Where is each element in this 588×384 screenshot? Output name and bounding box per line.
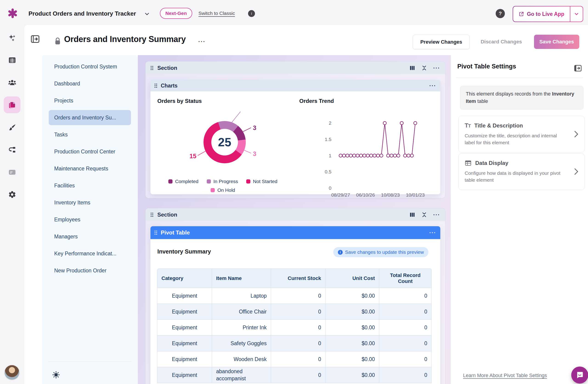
- switch-to-classic-link[interactable]: Switch to Classic: [198, 11, 235, 16]
- sidebar-item[interactable]: Inventory Items: [49, 195, 131, 210]
- learn-more-link[interactable]: Learn More About Pivot Table Settings: [463, 373, 547, 379]
- pivot-data-table[interactable]: CategoryItem NameCurrent StockUnit CostT…: [157, 268, 432, 383]
- lock-icon: [54, 37, 61, 46]
- table-cell: 0: [379, 288, 432, 304]
- card-title: Data Display: [475, 160, 508, 166]
- charts-element[interactable]: Charts ··· Orders by Status Orders Trend…: [150, 80, 440, 194]
- drag-handle-icon[interactable]: [151, 213, 153, 217]
- columns-layout-icon[interactable]: [409, 212, 415, 218]
- rail-item-data[interactable]: [4, 52, 21, 68]
- data-table-icon: [465, 160, 472, 167]
- live-app-dropdown-button[interactable]: [570, 6, 583, 21]
- drag-handle-icon[interactable]: [155, 231, 157, 235]
- sidebar-item[interactable]: Production Control System: [49, 59, 131, 74]
- sidebar-item[interactable]: Key Performance Indicat...: [49, 246, 131, 261]
- workflow-icon: [8, 146, 16, 154]
- columns-layout-icon[interactable]: [409, 65, 415, 71]
- collapse-section-icon[interactable]: [421, 212, 427, 218]
- charts-menu-button[interactable]: ···: [429, 83, 436, 88]
- sidebar-item[interactable]: Maintenance Requests: [49, 161, 131, 176]
- sidebar-item[interactable]: Dashboard: [49, 76, 131, 91]
- sidebar-item[interactable]: New Production Order: [49, 263, 131, 278]
- callout-completed: 3: [253, 125, 256, 131]
- table-cell: abandoned accompanist: [212, 367, 271, 383]
- panel-divider: [456, 77, 583, 78]
- table-cell: Wooden Desk: [212, 351, 271, 367]
- save-changes-button[interactable]: Save Changes: [534, 35, 579, 49]
- pages-icon: [8, 101, 16, 109]
- drag-handle-icon[interactable]: [151, 66, 153, 70]
- svg-text:1.5: 1.5: [325, 137, 332, 142]
- table-row[interactable]: EquipmentWooden Desk0$0.000: [157, 351, 432, 367]
- section-header[interactable]: Section ···: [146, 208, 445, 221]
- settings-gear-icon: [8, 190, 16, 199]
- table-cell: Safety Goggles: [212, 336, 271, 351]
- rail-item-settings[interactable]: [4, 186, 21, 203]
- section-menu-button[interactable]: ···: [433, 65, 440, 71]
- column-header: Current Stock: [271, 268, 325, 288]
- page-menu-button[interactable]: ···: [198, 39, 206, 44]
- rail-item-sparkles[interactable]: [4, 29, 21, 46]
- drag-handle-icon[interactable]: [155, 84, 157, 88]
- top-bar: Product Orders and Inventory Tracker Nex…: [0, 0, 588, 25]
- legend-label: In Progress: [213, 179, 238, 184]
- pivot-menu-button[interactable]: ···: [429, 230, 436, 235]
- app-root: Product Orders and Inventory Tracker Nex…: [0, 0, 588, 384]
- table-row[interactable]: Equipmentabandoned accompanist0$0.000: [157, 367, 432, 383]
- discard-changes-button[interactable]: Discard Changes: [477, 35, 526, 49]
- app-switcher-chevron-icon[interactable]: [144, 11, 150, 17]
- svg-text:2: 2: [329, 120, 332, 126]
- sidebar-item[interactable]: Projects: [49, 93, 131, 108]
- sidebar-item[interactable]: Facilities: [49, 178, 131, 193]
- sidebar-item[interactable]: Orders and Inventory Su...: [49, 110, 131, 125]
- section-pivot[interactable]: Section ··· Pivot Table: [145, 208, 445, 384]
- user-avatar[interactable]: [5, 365, 19, 380]
- sidebar-item[interactable]: Production Control Center: [49, 144, 131, 159]
- table-cell: 0: [379, 367, 432, 383]
- source-info-text: This element displays records from the: [466, 91, 550, 97]
- table-row[interactable]: EquipmentSafety Goggles0$0.000: [157, 336, 432, 351]
- info-icon[interactable]: i: [248, 10, 255, 17]
- sidebar-item[interactable]: Managers: [49, 229, 131, 244]
- chat-launcher-button[interactable]: [571, 366, 588, 384]
- data-table-icon: [8, 56, 16, 64]
- sidebar-divider: [48, 362, 131, 362]
- data-display-card[interactable]: Data Display Configure how data is displ…: [459, 153, 585, 190]
- rail-item-members[interactable]: [4, 74, 21, 91]
- sidebar-item[interactable]: Tasks: [49, 127, 131, 142]
- rail-item-automations[interactable]: [4, 141, 21, 158]
- go-to-live-app-button[interactable]: Go to Live App: [513, 6, 583, 22]
- sidebar-item[interactable]: Employees: [49, 212, 131, 227]
- section-menu-button[interactable]: ···: [433, 212, 440, 217]
- pivot-table-element[interactable]: Pivot Table ··· Inventory Summary i Save…: [150, 226, 440, 384]
- section-charts[interactable]: Section ··· Charts: [145, 61, 445, 198]
- preview-notice: i Save changes to update this preview: [333, 247, 428, 257]
- title-description-card[interactable]: TT Title & Description Customize the tit…: [459, 116, 585, 152]
- pivot-table-title: Inventory Summary: [157, 248, 211, 255]
- theme-toggle-sun-icon[interactable]: [52, 371, 60, 379]
- rail-item-pages[interactable]: [4, 96, 21, 113]
- source-info-suffix: table: [477, 99, 488, 104]
- collapse-panel-icon[interactable]: [573, 64, 582, 73]
- table-row[interactable]: EquipmentOffice Chair0$0.000: [157, 304, 432, 320]
- section-header[interactable]: Section ···: [146, 62, 445, 74]
- charts-element-header[interactable]: Charts ···: [150, 80, 440, 91]
- settings-panel: Pivot Table Settings This element displa…: [451, 55, 588, 384]
- collapse-sidebar-icon[interactable]: [30, 34, 40, 44]
- donut-callouts: 3 3 15: [160, 111, 288, 180]
- app-title[interactable]: Product Orders and Inventory Tracker: [28, 10, 136, 17]
- table-cell: 0: [271, 320, 325, 336]
- pivot-element-header[interactable]: Pivot Table ···: [150, 226, 440, 239]
- table-cell: $0.00: [325, 351, 379, 367]
- card-description: Customize the title, description and int…: [465, 132, 564, 146]
- help-icon[interactable]: ?: [496, 9, 505, 18]
- table-row[interactable]: EquipmentLaptop0$0.000: [157, 288, 432, 304]
- pivot-element-label: Pivot Table: [161, 229, 190, 236]
- rail-item-design[interactable]: [4, 119, 21, 136]
- table-row[interactable]: EquipmentPrinter Ink0$0.000: [157, 320, 432, 336]
- smartsuite-logo-icon[interactable]: [8, 8, 18, 18]
- preview-changes-button[interactable]: Preview Changes: [413, 35, 470, 49]
- collapse-section-icon[interactable]: [421, 65, 427, 71]
- rail-item-billing[interactable]: [4, 164, 21, 181]
- table-cell: $0.00: [325, 367, 379, 383]
